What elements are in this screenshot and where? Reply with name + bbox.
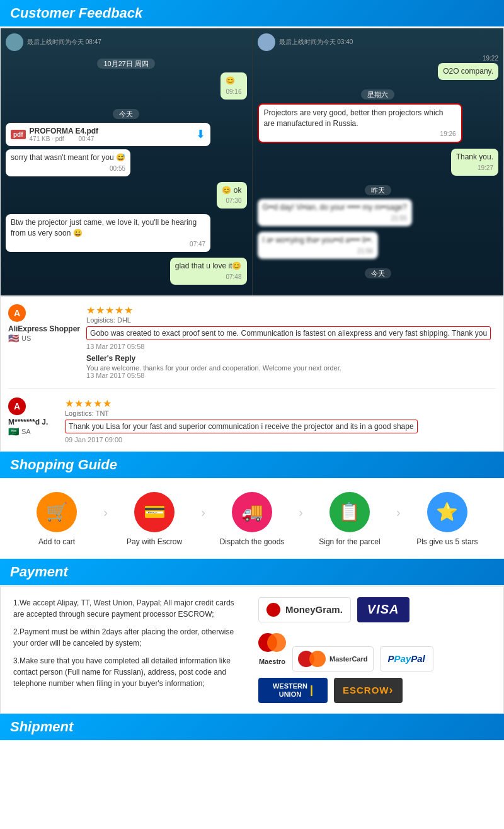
file-name: PROFORMA E4.pdf: [30, 127, 99, 135]
shopping-guide-content: 🛒 Add to cart › 💳 Pay with Escrow › 🚚 Di…: [0, 479, 504, 559]
logistics-2: Logistics: TNT: [65, 409, 496, 417]
logistics-1: Logistics: DHL: [86, 316, 496, 324]
shopping-guide-header: Shopping Guide: [0, 452, 504, 478]
chat-left-header: 最后上线时间为今天 08:47: [6, 33, 247, 51]
chat-right-last-seen: 最后上线时间为今天 03:40: [279, 38, 353, 47]
step-pay-escrow: 💳 Pay with Escrow: [110, 492, 198, 546]
chat-msg-received-2: Btw the projector just came, we love it,…: [6, 214, 210, 252]
country-2: SA: [21, 428, 31, 435]
moneygram-dot: [266, 603, 280, 617]
step-label-stars: Pls give us 5 stars: [416, 537, 478, 546]
arrow-2: ›: [198, 505, 208, 520]
step-label-sign: Sign for the parcel: [319, 537, 380, 546]
reviewer-badge-1: A: [8, 304, 26, 322]
chat-right-weekday: 星期六: [258, 89, 499, 100]
flag-2: 🇸🇦: [8, 426, 19, 437]
shipment-title: Shipment: [10, 719, 73, 735]
chat-left-last-seen: 最后上线时间为今天 08:47: [27, 38, 101, 47]
payment-header: Payment: [0, 559, 504, 585]
customer-feedback-header: Customer Feedback: [0, 0, 504, 26]
review-date-1: 13 Mar 2017 05:58: [86, 343, 496, 350]
chat-area: 最后上线时间为今天 08:47 10月27日 周四 😊 09:16 今天 pdf…: [0, 28, 504, 296]
arrow-1: ›: [101, 505, 110, 520]
payment-point-1: 1.We accept Alipay, TT, West Union, Payp…: [13, 597, 246, 620]
mc-orange-circle: [309, 651, 326, 667]
shipment-header: Shipment: [0, 714, 504, 740]
step-label-cart: Add to cart: [38, 537, 75, 546]
avatar-right: [258, 33, 275, 51]
steps-row: 🛒 Add to cart › 💳 Pay with Escrow › 🚚 Di…: [13, 492, 491, 546]
chat-right: 最后上线时间为今天 03:40 19:22 O2O company. 星期六 P…: [253, 28, 504, 295]
logos-row-3: WESTERNUNION | ESCROW ›: [258, 678, 491, 703]
customer-feedback-section: Customer Feedback 最后上线时间为今天 08:47 10月27日…: [0, 0, 504, 452]
time-label-1: 19:22: [483, 55, 498, 62]
review-content-1: ★★★★★ Logistics: DHL Gobo was created to…: [86, 304, 496, 379]
maestro-label: Maestro: [259, 658, 285, 665]
logos-row-2: Maestro MasterCard PPayPal: [258, 629, 491, 672]
arrow-3: ›: [296, 505, 306, 520]
payment-logos: MoneyGram. VISA Maestro: [258, 597, 491, 703]
maestro-orange: [267, 633, 286, 652]
payment-point-2: 2.Payment must be within 2days after pla…: [13, 626, 246, 649]
escrow-logo: ESCROW ›: [334, 678, 403, 703]
moneygram-logo: MoneyGram.: [258, 597, 351, 622]
step-label-dispatch: Dispatch the goods: [220, 537, 285, 546]
customer-feedback-title: Customer Feedback: [10, 5, 142, 21]
payment-text: 1.We accept Alipay, TT, West Union, Payp…: [13, 597, 246, 703]
paypal-p2: Pay: [394, 653, 411, 664]
file-bubble: pdf PROFORMA E4.pdf 471 KB · pdf 00:47 ⬇: [6, 123, 210, 146]
western-union-logo: WESTERNUNION |: [258, 678, 328, 703]
step-icon-escrow: 💳: [134, 492, 175, 532]
payment-section: Payment 1.We accept Alipay, TT, West Uni…: [0, 559, 504, 714]
chat-right-msg-5: I a• wo•rying tha• you••d a•••• li••. 21…: [258, 232, 379, 259]
download-icon: ⬇: [196, 127, 205, 141]
chat-msg-emoji: 😊: [226, 76, 235, 85]
visa-logo: VISA: [357, 597, 410, 622]
arrow-4: ›: [394, 505, 403, 520]
review-item-1: A AliExpress Shopper 🇺🇸 US ★★★★★ Logisti…: [8, 304, 496, 389]
chat-left-date1: 10月27日 周四: [6, 59, 247, 69]
logos-row-1: MoneyGram. VISA: [258, 597, 491, 622]
payment-inner: 1.We accept Alipay, TT, West Union, Payp…: [13, 597, 491, 703]
review-date-2: 09 Jan 2017 09:00: [65, 436, 496, 443]
western-union-bar: |: [310, 683, 313, 697]
moneygram-label: MoneyGram.: [285, 604, 343, 615]
step-icon-cart: 🛒: [37, 492, 77, 532]
chat-msg-sent-2: 😊 ok 07:30: [217, 182, 246, 209]
mastercard-logo: MasterCard: [292, 646, 374, 672]
step-stars: ⭐ Pls give us 5 stars: [403, 492, 491, 546]
seller-reply-text-1: You are welcome. thanks for your order a…: [86, 364, 496, 372]
reviewer-name-2: M*******d J.: [8, 418, 59, 426]
escrow-arrow-icon: ›: [389, 683, 394, 697]
paypal-logo: PPayPal: [380, 646, 433, 672]
chat-left: 最后上线时间为今天 08:47 10月27日 周四 😊 09:16 今天 pdf…: [1, 28, 253, 295]
step-label-escrow: Pay with Escrow: [127, 537, 182, 546]
stars-1: ★★★★★: [86, 304, 496, 316]
paypal-pal: Pal: [411, 653, 425, 664]
chat-right-msg-4: G••d day! Vi•ian, do your ••••• my m••sa…: [258, 199, 412, 226]
review-item-2: A M*******d J. 🇸🇦 SA ★★★★★ Logistics: TN…: [8, 397, 496, 443]
chat-right-today: 今天: [258, 268, 499, 278]
avatar-left: [6, 33, 23, 51]
payment-title: Payment: [10, 564, 68, 580]
payment-point-3: 3.Make sure that you have completed all …: [13, 655, 246, 689]
paypal-p1: P: [388, 653, 394, 664]
chat-msg-sent-3: glad that u love it😊 07:48: [170, 258, 247, 285]
shipment-section: Shipment: [0, 714, 504, 740]
reviewer-info-1: A AliExpress Shopper 🇺🇸 US: [8, 304, 80, 379]
file-meta: 471 KB · pdf 00:47: [30, 135, 99, 142]
step-icon-dispatch: 🚚: [232, 492, 272, 532]
western-union-label: WESTERNUNION: [273, 682, 307, 699]
country-1: US: [21, 334, 31, 342]
step-icon-sign: 📋: [329, 492, 370, 532]
reviewer-badge-2: A: [8, 397, 26, 415]
maestro-wrap: Maestro: [258, 629, 286, 665]
flag-1: 🇺🇸: [8, 333, 19, 343]
review-text-2: Thank you Lisa for your fast and superio…: [65, 420, 418, 433]
shopping-guide-title: Shopping Guide: [10, 457, 117, 473]
step-sign: 📋 Sign for the parcel: [306, 492, 394, 546]
stars-2: ★★★★★: [65, 397, 496, 409]
reviews-section: A AliExpress Shopper 🇺🇸 US ★★★★★ Logisti…: [0, 296, 504, 452]
escrow-label: ESCROW: [343, 685, 389, 695]
chat-right-msg-2: Projectors are very good, better then pr…: [258, 103, 462, 144]
